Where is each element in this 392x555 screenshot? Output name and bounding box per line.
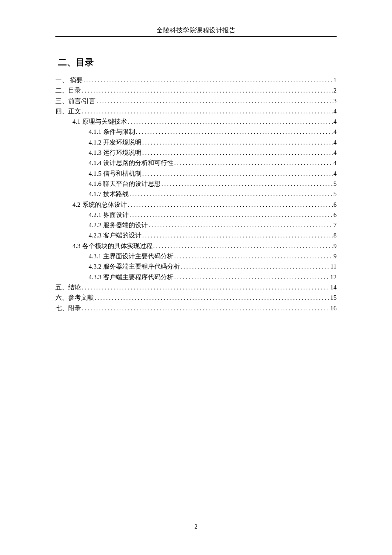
toc-entry-page: 9 [334,241,337,251]
toc-entry-page: 4 [334,116,337,127]
toc-entry[interactable]: 二、目录2 [55,85,337,95]
toc-entry-label: 三、前言/引言 [55,96,95,106]
toc-entry-page: 9 [334,251,337,261]
toc-entry-label: 二、目录 [55,85,81,95]
toc-leader-dots [82,282,329,292]
toc-leader-dots [130,210,333,220]
toc-entry-page: 4 [334,127,337,137]
toc-leader-dots [142,147,333,158]
table-of-contents: 一、 摘要1二、目录2三、前言/引言3四、正文44.1 原理与关键技术 44.1… [55,75,337,313]
page-number: 2 [0,523,392,530]
toc-entry[interactable]: 4.3.3 客户端主要程序代码分析 12 [55,272,337,282]
toc-entry-label: 4.1.1 条件与限制 [89,127,135,137]
toc-entry-label: 4.1.5 信号和槽机制 [89,168,141,179]
toc-entry-page: 12 [330,272,337,282]
toc-entry[interactable]: 4.1.1 条件与限制 4 [55,127,337,137]
toc-leader-dots [82,303,329,313]
toc-entry[interactable]: 三、前言/引言3 [55,96,337,106]
page-header: 金陵科技学院课程设计报告 [55,26,337,37]
toc-entry-label: 4.3.2 服务器端主要程序代码分析 [89,261,180,272]
toc-leader-dots [174,272,329,282]
toc-entry[interactable]: 四、正文4 [55,106,337,116]
toc-entry-page: 4 [334,158,337,168]
toc-entry-label: 4.2 系统的总体设计 [72,199,127,210]
toc-entry-page: 16 [330,303,337,313]
toc-entry-page: 14 [330,282,337,292]
toc-entry-label: 4.1.3 运行环境说明 [89,147,141,158]
toc-leader-dots [96,96,332,106]
toc-entry[interactable]: 4.1.6 聊天平台的设计思想 5 [55,179,337,189]
toc-entry[interactable]: 4.2 系统的总体设计 6 [55,199,337,210]
toc-entry-page: 6 [334,210,337,220]
toc-entry[interactable]: 4.2.2 服务器端的设计 7 [55,220,337,230]
toc-entry-label: 4.1.6 聊天平台的设计思想 [89,179,161,189]
toc-entry[interactable]: 4.1.5 信号和槽机制 4 [55,168,337,179]
toc-leader-dots [181,261,330,272]
toc-entry[interactable]: 4.3 各个模块的具体实现过程9 [55,241,337,251]
toc-entry[interactable]: 4.3.2 服务器端主要程序代码分析 11 [55,261,337,272]
toc-entry[interactable]: 五、结论14 [55,282,337,292]
toc-entry-label: 4.3.3 客户端主要程序代码分析 [89,272,173,282]
toc-entry-page: 3 [334,96,337,106]
toc-entry[interactable]: 4.2.1 界面设计 6 [55,210,337,220]
toc-entry-page: 4 [334,147,337,158]
toc-entry-page: 11 [331,261,337,272]
toc-leader-dots [82,106,333,116]
toc-entry[interactable]: 4.1.4 设计思路的分析和可行性 4 [55,158,337,168]
toc-leader-dots [142,168,333,179]
toc-entry-page: 4 [334,168,337,179]
toc-leader-dots [128,116,333,127]
toc-leader-dots [136,127,333,137]
toc-entry-page: 5 [334,179,337,189]
toc-leader-dots [128,199,333,210]
toc-entry[interactable]: 4.2.3 客户端的设计 8 [55,230,337,240]
toc-entry[interactable]: 一、 摘要1 [55,75,337,85]
toc-entry[interactable]: 4.1 原理与关键技术 4 [55,116,337,127]
toc-entry-label: 4.1.2 开发环境说明 [89,137,141,147]
toc-entry-label: 七、附录 [55,303,81,313]
toc-entry[interactable]: 4.1.2 开发环境说明 4 [55,137,337,147]
toc-entry-page: 8 [334,230,337,240]
toc-entry-label: 4.1 原理与关键技术 [72,116,127,127]
toc-entry-page: 15 [330,292,337,303]
toc-leader-dots [142,137,333,147]
toc-entry-page: 5 [334,189,337,199]
toc-entry-label: 一、 摘要 [55,75,83,85]
toc-leader-dots [142,230,333,240]
toc-entry-label: 4.3.1 主界面设计主要代码分析 [89,251,173,261]
toc-entry-page: 6 [334,199,337,210]
toc-entry-page: 7 [334,220,337,230]
toc-entry-label: 4.2.1 界面设计 [89,210,129,220]
toc-leader-dots [130,189,333,199]
toc-leader-dots [174,158,333,168]
toc-entry-label: 六、参考文献 [55,292,94,303]
toc-entry-page: 2 [334,85,337,95]
toc-leader-dots [161,179,333,189]
toc-entry-label: 四、正文 [55,106,81,116]
toc-leader-dots [153,241,333,251]
toc-entry-page: 1 [334,75,337,85]
toc-leader-dots [84,75,333,85]
section-title: 二、目录 [58,56,337,68]
toc-entry[interactable]: 4.1.7 技术路线 5 [55,189,337,199]
toc-entry-page: 4 [334,137,337,147]
toc-entry-label: 4.1.7 技术路线 [89,189,129,199]
toc-entry-label: 五、结论 [55,282,81,292]
toc-entry-page: 4 [334,106,337,116]
toc-leader-dots [82,85,333,95]
document-page: 金陵科技学院课程设计报告 二、目录 一、 摘要1二、目录2三、前言/引言3四、正… [0,0,392,555]
toc-entry[interactable]: 六、参考文献15 [55,292,337,303]
toc-leader-dots [149,220,333,230]
toc-leader-dots [174,251,333,261]
toc-entry-label: 4.1.4 设计思路的分析和可行性 [89,158,173,168]
toc-entry-label: 4.2.2 服务器端的设计 [89,220,148,230]
toc-entry-label: 4.2.3 客户端的设计 [89,230,141,240]
toc-entry[interactable]: 七、附录16 [55,303,337,313]
toc-entry[interactable]: 4.3.1 主界面设计主要代码分析 9 [55,251,337,261]
toc-leader-dots [95,292,329,303]
toc-entry-label: 4.3 各个模块的具体实现过程 [72,241,153,251]
toc-entry[interactable]: 4.1.3 运行环境说明 4 [55,147,337,158]
